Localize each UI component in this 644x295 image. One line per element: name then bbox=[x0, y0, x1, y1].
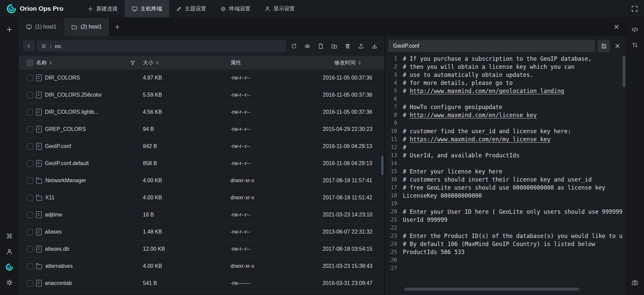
add-tab-button[interactable] bbox=[109, 18, 125, 36]
row-checkbox[interactable] bbox=[27, 92, 33, 98]
row-checkbox[interactable] bbox=[27, 195, 33, 201]
menu-item-host-terminal[interactable]: 主机终端 bbox=[125, 0, 169, 17]
gear-icon bbox=[6, 279, 13, 286]
tab-host1-terminal[interactable]: (1) host1 bbox=[19, 18, 64, 36]
code-line: 16 # customers should insert their licen… bbox=[388, 176, 623, 184]
file-permissions: -rw-r--r-- bbox=[230, 160, 311, 166]
column-header-mtime[interactable]: 修改时间 bbox=[311, 59, 384, 66]
refresh-button[interactable] bbox=[288, 40, 300, 52]
row-checkbox[interactable] bbox=[27, 212, 33, 218]
code-line: 6 bbox=[388, 95, 623, 103]
new-file-icon bbox=[318, 43, 324, 49]
new-tab-button[interactable] bbox=[3, 22, 16, 37]
code-line: 14 bbox=[388, 159, 623, 167]
screenshot-button[interactable] bbox=[628, 275, 642, 290]
toggle-hidden-button[interactable] bbox=[302, 40, 313, 52]
command-shortcuts-button[interactable]: ⌘ bbox=[3, 229, 16, 244]
upload-button[interactable] bbox=[356, 40, 367, 52]
row-checkbox[interactable] bbox=[27, 229, 33, 235]
code-line: 27 bbox=[388, 264, 623, 272]
menu-item-terminal-settings[interactable]: 终端设置 bbox=[213, 0, 258, 17]
code-editor[interactable]: 1 # If you purchase a subscription to th… bbox=[388, 55, 623, 295]
code-line: 20 # Enter your User ID here ( GeoLite o… bbox=[388, 208, 623, 216]
gear-icon bbox=[220, 6, 226, 12]
settings-button[interactable] bbox=[3, 275, 16, 290]
menu-item-display-settings[interactable]: 显示设置 bbox=[258, 0, 302, 17]
table-row[interactable]: GeoIP.conf 842 B -rw-r--r-- 2016-11-06 0… bbox=[19, 138, 384, 155]
line-number: 24 bbox=[388, 240, 397, 248]
table-row[interactable] bbox=[19, 292, 384, 295]
code-line: 11 # https://www.maxmind.com/en/my_licen… bbox=[388, 135, 623, 143]
new-folder-button[interactable] bbox=[329, 40, 340, 52]
user-button[interactable] bbox=[3, 244, 16, 259]
row-checkbox[interactable] bbox=[27, 143, 33, 150]
code-link: http://www.maxmind.com/en/geolocation_la… bbox=[410, 88, 564, 94]
code-line: 3 # use to automatically obtain updates. bbox=[388, 71, 623, 79]
table-row[interactable]: anacrontab 541 B -rw------- 2016-03-31 2… bbox=[19, 275, 384, 292]
row-checkbox[interactable] bbox=[27, 75, 33, 81]
row-checkbox[interactable] bbox=[27, 160, 33, 167]
fullscreen-button[interactable] bbox=[631, 5, 638, 12]
column-header-name[interactable]: 名称 bbox=[34, 59, 143, 66]
breadcrumb-segment-etc[interactable]: etc bbox=[55, 43, 61, 49]
save-button[interactable] bbox=[598, 40, 610, 52]
file-name: DIR_COLORS bbox=[45, 75, 80, 81]
file-permissions: drwxr-xr-x bbox=[230, 195, 311, 201]
close-all-button[interactable] bbox=[613, 23, 620, 30]
download-button[interactable] bbox=[369, 40, 380, 52]
delete-button[interactable] bbox=[342, 40, 353, 52]
top-bar: Orion Ops Pro 新建连接 主机终端 主题设置 终端设置 显示设置 bbox=[0, 0, 644, 18]
line-number: 14 bbox=[388, 159, 397, 167]
table-row[interactable]: aliases.db 12.00 KB -rw-r--r-- 2017-08-1… bbox=[19, 241, 384, 258]
user-icon bbox=[265, 6, 270, 12]
sort-toggle-button[interactable] bbox=[628, 37, 642, 53]
file-name: GeoIP.conf.default bbox=[45, 160, 89, 166]
menu-item-theme-settings[interactable]: 主题设置 bbox=[169, 0, 213, 17]
row-checkbox[interactable] bbox=[27, 126, 33, 133]
editor-close-button[interactable] bbox=[612, 40, 623, 52]
brand-quick-button[interactable] bbox=[3, 259, 16, 275]
table-row[interactable]: X11 4.00 KB drwxr-xr-x 2017-08-18 11:51:… bbox=[19, 189, 384, 206]
code-line: 13 # UserId, and available ProductIds bbox=[388, 151, 623, 159]
row-checkbox[interactable] bbox=[27, 246, 33, 252]
filter-icon[interactable] bbox=[130, 60, 136, 66]
line-number: 27 bbox=[388, 264, 397, 272]
row-checkbox[interactable] bbox=[27, 263, 33, 269]
new-file-button[interactable] bbox=[315, 40, 326, 52]
file-permissions: drwxr-xr-x bbox=[230, 263, 311, 269]
breadcrumb[interactable]: / etc bbox=[37, 40, 286, 52]
table-row[interactable]: GeoIP.conf.default 858 B -rw-r--r-- 2016… bbox=[19, 155, 384, 172]
file-list-scrollbar[interactable] bbox=[381, 156, 383, 175]
editor-view-button[interactable] bbox=[628, 22, 642, 37]
code-link: http://www.maxmind.com/en/license_key bbox=[410, 112, 537, 118]
table-row[interactable]: DIR_COLORS 4.97 KB -rw-r--r-- 2016-11-05… bbox=[19, 69, 384, 87]
plus-icon bbox=[114, 24, 120, 30]
editor-horizontal-scrollbar[interactable] bbox=[405, 288, 579, 291]
select-all-checkbox[interactable] bbox=[27, 60, 33, 66]
row-checkbox[interactable] bbox=[27, 109, 33, 115]
editor-vertical-scrollbar[interactable] bbox=[623, 56, 626, 87]
sort-mtime-icon[interactable] bbox=[358, 61, 361, 65]
row-checkbox[interactable] bbox=[27, 178, 33, 184]
menu-item-new-connection[interactable]: 新建连接 bbox=[80, 0, 125, 17]
column-header-size[interactable]: 大小 bbox=[143, 59, 230, 66]
brand: Orion Ops Pro bbox=[0, 4, 74, 13]
plus-icon bbox=[88, 6, 93, 12]
table-row[interactable]: GREP_COLORS 94 B -rw-r--r-- 2015-04-29 2… bbox=[19, 121, 384, 138]
table-row[interactable]: DIR_COLORS.lightb... 4.56 KB -rw-r--r-- … bbox=[19, 104, 384, 121]
back-button[interactable] bbox=[23, 40, 35, 52]
table-row[interactable]: alternatives 4.00 KB drwxr-xr-x 2021-03-… bbox=[19, 258, 384, 275]
file-size: 16 B bbox=[143, 212, 230, 218]
table-row[interactable]: DIR_COLORS.256color 5.59 KB -rw-r--r-- 2… bbox=[19, 87, 384, 104]
tab-host1-files[interactable]: (2) host1 bbox=[64, 18, 109, 36]
line-number: 3 bbox=[388, 71, 397, 79]
sort-size-icon[interactable] bbox=[156, 61, 159, 65]
sort-name-icon[interactable] bbox=[49, 61, 52, 65]
table-row[interactable]: NetworkManager 4.00 KB drwxr-xr-x 2017-0… bbox=[19, 172, 384, 189]
line-number: 23 bbox=[388, 232, 397, 240]
file-permissions: -rw-r--r-- bbox=[230, 246, 311, 252]
table-row[interactable]: aliases 1.48 KB -rw-r--r-- 2013-06-07 22… bbox=[19, 224, 384, 241]
row-checkbox[interactable] bbox=[27, 280, 33, 287]
file-type-icon bbox=[36, 160, 42, 167]
table-row[interactable]: adjtime 16 B -rw-r--r-- 2021-03-23 14:23… bbox=[19, 206, 384, 224]
